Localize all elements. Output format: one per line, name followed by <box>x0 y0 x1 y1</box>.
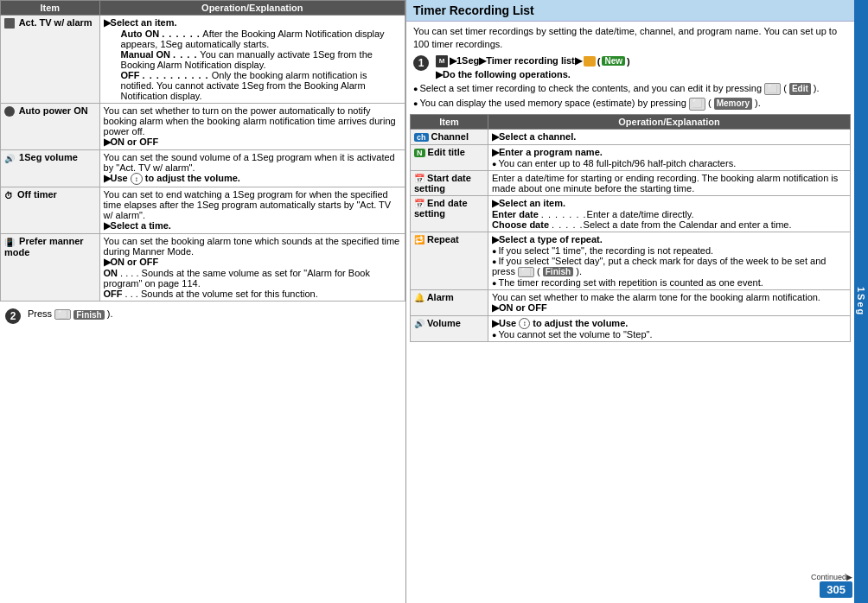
item-label: Off timer <box>17 189 57 200</box>
sound-icon: 🔊 <box>4 154 15 163</box>
op-text: Enter a date/time for starting or ending… <box>492 173 838 194</box>
op-cell: ▶Select a type of repeat. If you select … <box>488 232 851 289</box>
op-line2: Choose date . . . . .Select a date from … <box>492 219 792 230</box>
tv-icon <box>4 18 15 29</box>
step1-paren-open: ( <box>597 56 601 67</box>
item-cell: 📳 Prefer manner mode <box>1 234 100 302</box>
power-icon <box>4 106 15 117</box>
item-cell: 🔊 1Seg volume <box>1 150 100 187</box>
edit-badge: Edit <box>789 83 811 95</box>
op-content: You can set to end watching a 1Seg progr… <box>104 189 401 232</box>
op-text: ▶Select a type of repeat. <box>492 234 603 244</box>
alarm-icon: 🔔 <box>414 293 424 302</box>
calendar2-icon: 📅 <box>414 199 424 208</box>
table-row: Auto power ON You can set whether to tur… <box>1 104 405 150</box>
op-cell: You can set whether to make the alarm to… <box>488 289 851 315</box>
timer-intro-text: You can set timer recordings by setting … <box>413 26 837 49</box>
item-label: Edit title <box>428 147 465 157</box>
sub-line: Manual ON . . . . You can manually activ… <box>121 49 401 70</box>
op-content: You can set whether to turn on the power… <box>104 105 401 148</box>
left-table: Item Operation/Explanation Act. TV w/ al… <box>0 0 405 302</box>
volume-note: You cannot set the volume to "Step". <box>492 329 652 340</box>
timer-intro: You can set timer recordings by setting … <box>406 22 854 54</box>
item-cell: 🔊 Volume <box>411 315 488 342</box>
op-content: ▶Select an item. Auto ON . . . . . . Aft… <box>104 17 401 101</box>
step2-period: ). <box>107 308 113 319</box>
repeat-icon: 🔁 <box>414 235 424 244</box>
item-cell: 📅 End date setting <box>411 195 488 232</box>
timer-recording-title: Timer Recording List <box>413 3 534 17</box>
item-cell: 🔁 Repeat <box>411 232 488 289</box>
table-row: N Edit title ▶Enter a program name. You … <box>411 144 851 170</box>
op-note: You can enter up to 48 full-pitch/96 hal… <box>492 158 736 168</box>
left-panel: Item Operation/Explanation Act. TV w/ al… <box>0 0 406 603</box>
item-label: Volume <box>427 318 461 328</box>
op-cell: You can set whether to turn on the power… <box>99 104 405 150</box>
right-col-op: Operation/Explanation <box>488 114 851 129</box>
op-content: You can set the sound volume of a 1Seg p… <box>104 152 401 185</box>
op-cell: ▶Select a channel. <box>488 129 851 144</box>
note-1: Select a set timer recording to check th… <box>413 82 847 95</box>
table-row: 🔔 Alarm You can set whether to make the … <box>411 289 851 315</box>
op-content: You can set the booking alarm tone which… <box>104 236 401 299</box>
memory-btn-ref: ⬜ <box>689 98 705 111</box>
op-cell: ▶Use ↕ to adjust the volume. You cannot … <box>488 315 851 342</box>
item-label: Auto power ON <box>19 105 88 116</box>
item-label: Channel <box>431 131 469 142</box>
table-row: 📅 Start date setting Enter a date/time f… <box>411 170 851 195</box>
step1-sub: ▶Do the following operations. <box>436 69 847 80</box>
item-cell: Auto power ON <box>1 104 100 150</box>
item-cell: ⏱ Off timer <box>1 187 100 234</box>
table-row: 🔁 Repeat ▶Select a type of repeat. If yo… <box>411 232 851 289</box>
sub-indent: Auto ON . . . . . . After the Booking Al… <box>104 29 401 101</box>
table-row: 🔊 Volume ▶Use ↕ to adjust the volume. Yo… <box>411 315 851 342</box>
step-number-2: 2 <box>5 308 21 324</box>
folder-icon <box>584 56 596 67</box>
finish-badge2: Finish <box>543 267 573 276</box>
edit-btn-ref: ⬜ <box>764 83 781 96</box>
step-1-row: 1 M ▶1Seg▶Timer recording list▶ ( New ) … <box>406 54 854 82</box>
page-num-area: Continued▶ 305 <box>811 573 852 598</box>
item-label: Act. TV w/ alarm <box>19 17 93 28</box>
op-text: ▶Enter a program name. <box>492 147 603 157</box>
table-row: ⏱ Off timer You can set to end watching … <box>1 187 405 234</box>
repeat-note2: If you select "Select day", put a check … <box>492 256 826 276</box>
timer-notes: Select a set timer recording to check th… <box>406 82 854 114</box>
step1-text: ▶1Seg▶Timer recording list▶ <box>450 55 582 67</box>
item-cell: 📅 Start date setting <box>411 170 488 195</box>
op-text: ▶Use ↕ to adjust the volume. <box>492 318 628 328</box>
sub-line: Auto ON . . . . . . After the Booking Al… <box>121 29 401 49</box>
memory-badge: Memory <box>714 98 752 110</box>
note-2: You can display the used memory space (e… <box>413 97 847 110</box>
menu-icon: M <box>436 55 448 67</box>
op-cell: ▶Select an item. Enter date . . . . . . … <box>488 195 851 232</box>
volume-icon: 🔊 <box>414 319 424 328</box>
finish-ref: ⬜ <box>518 267 534 277</box>
left-col-item: Item <box>1 1 100 16</box>
new-badge: New <box>602 56 625 66</box>
op-cell: You can set the booking alarm tone which… <box>99 234 405 302</box>
page-number: 305 <box>820 581 852 598</box>
right-table-wrap: Item Operation/Explanation ch Channel ▶S… <box>406 114 854 603</box>
step1-line: M ▶1Seg▶Timer recording list▶ ( New ) <box>436 55 847 67</box>
ch-badge: ch <box>414 133 429 142</box>
item-label: Prefer manner mode <box>4 236 84 257</box>
mode-icon: 📳 <box>4 238 15 247</box>
step1-paren-close: ) <box>627 56 630 67</box>
op-cell: ▶Select an item. Auto ON . . . . . . Aft… <box>99 16 405 104</box>
sub-line: OFF . . . . . . . . . . Only the booking… <box>121 70 401 101</box>
op-text: ▶Select an item. <box>492 198 565 208</box>
step-2-row: 2 Press ⬜ Finish ). <box>0 305 405 327</box>
op-sub: ▶ON or OFF <box>492 302 547 313</box>
item-cell: 🔔 Alarm <box>411 289 488 315</box>
item-cell: Act. TV w/ alarm <box>1 16 100 104</box>
repeat-note1: If you select "1 time", the recording is… <box>492 245 713 256</box>
item-cell: ch Channel <box>411 129 488 144</box>
op-text: You can set whether to make the alarm to… <box>492 292 820 302</box>
table-row: 📅 End date setting ▶Select an item. Ente… <box>411 195 851 232</box>
sidebar-label: 1Seg <box>856 287 866 316</box>
step-2-content: Press ⬜ Finish ). <box>28 308 400 320</box>
item-label: Alarm <box>427 292 454 302</box>
op-line: Enter date . . . . . . .Enter a date/tim… <box>492 209 694 219</box>
timer-recording-header: Timer Recording List <box>406 0 854 22</box>
